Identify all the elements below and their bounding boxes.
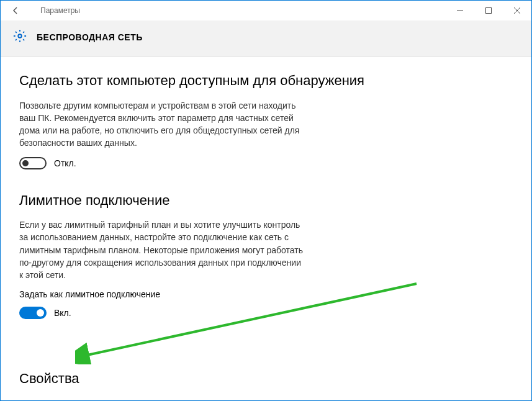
maximize-button[interactable] [474,1,503,20]
section-title-metered: Лимитное подключение [19,192,513,209]
back-arrow-icon [11,6,20,16]
close-icon [514,7,520,14]
minimize-button[interactable] [446,1,474,20]
metered-sublabel: Задать как лимитное подключение [19,289,513,299]
section-title-discovery: Сделать этот компьютер доступным для обн… [19,72,513,89]
section-desc-discovery: Позвольте другим компьютерам и устройств… [19,99,305,150]
svg-point-1 [18,34,22,38]
maximize-icon [485,7,492,14]
section-desc-metered: Если у вас лимитный тарифный план и вы х… [19,219,305,281]
section-discovery: Сделать этот компьютер доступным для обн… [19,72,513,169]
titlebar: Параметры [1,1,531,20]
toggle-row-discovery: Откл. [19,157,513,169]
metered-toggle-label: Вкл. [54,308,71,318]
close-button[interactable] [503,1,531,20]
window-title: Параметры [40,6,80,15]
svg-rect-0 [486,8,492,14]
minimize-icon [457,7,463,14]
section-title-properties: Свойства [19,370,79,387]
section-metered: Лимитное подключение Если у вас лимитный… [19,192,513,319]
page-title: БЕСПРОВОДНАЯ СЕТЬ [37,32,143,42]
discovery-toggle-label: Откл. [54,158,76,168]
metered-toggle[interactable] [19,307,47,319]
toggle-row-metered: Вкл. [19,307,513,319]
page-header: БЕСПРОВОДНАЯ СЕТЬ [1,20,531,57]
section-properties: Свойства [19,370,79,397]
back-button[interactable] [6,1,25,20]
gear-icon [13,29,27,45]
window-controls [446,1,531,20]
content-area: Сделать этот компьютер доступным для обн… [1,57,531,319]
discovery-toggle[interactable] [19,157,47,169]
